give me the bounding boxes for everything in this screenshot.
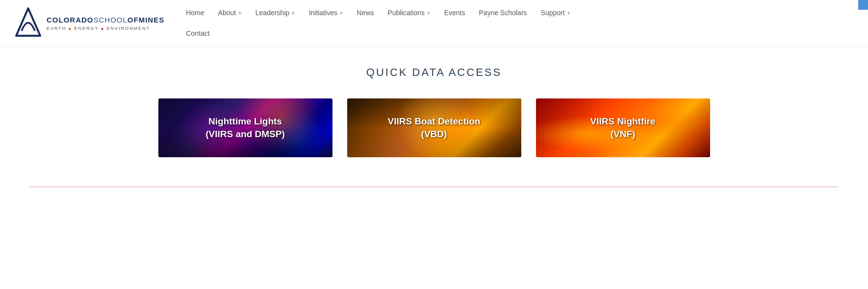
nav-events[interactable]: Events (437, 5, 472, 21)
navigation: Home About + Leadership + Initiatives + … (179, 5, 853, 41)
logo-area[interactable]: COLORADOSCHOOLOFMINES EARTH ● ENERGY ● E… (15, 7, 164, 39)
logo-text: COLORADOSCHOOLOFMINES EARTH ● ENERGY ● E… (47, 16, 164, 31)
card-vbd-text: VIIRS Boat Detection(VBD) (388, 115, 481, 140)
nav-initiatives[interactable]: Initiatives + (302, 5, 350, 21)
card-viirs-boat-detection[interactable]: VIIRS Boat Detection(VBD) (347, 98, 521, 157)
nav-news-label: News (357, 9, 374, 17)
nav-home[interactable]: Home (179, 5, 211, 21)
nav-about[interactable]: About + (211, 5, 249, 21)
card-vbd-label-area: VIIRS Boat Detection(VBD) (347, 98, 521, 157)
section-divider (29, 187, 839, 187)
nav-leadership[interactable]: Leadership + (249, 5, 302, 21)
card-viirs-nightfire[interactable]: VIIRS Nightfire(VNF) (536, 98, 710, 157)
nav-about-plus: + (238, 9, 242, 17)
nav-bottom-row: Contact (179, 23, 853, 41)
csm-logo-icon (15, 7, 42, 39)
nav-contact-label: Contact (186, 29, 209, 37)
main-content: QUICK DATA ACCESS Nighttime Lights(VIIRS… (0, 47, 868, 197)
card-vnf-text: VIIRS Nightfire(VNF) (590, 115, 655, 140)
corner-indicator (858, 0, 868, 10)
card-nighttime-lights[interactable]: Nighttime Lights(VIIRS and DMSP) (158, 98, 332, 157)
school-name: COLORADOSCHOOLOFMINES (47, 16, 164, 24)
nav-publications[interactable]: Publications + (381, 5, 437, 21)
nav-support-label: Support (541, 9, 565, 17)
nav-publications-label: Publications (388, 9, 425, 17)
nav-leadership-plus: + (291, 9, 295, 17)
nav-initiatives-plus: + (339, 9, 343, 17)
card-vnf-label-area: VIIRS Nightfire(VNF) (536, 98, 710, 157)
nav-support-plus: + (567, 9, 571, 17)
logo-tagline: EARTH ● ENERGY ● ENVIRONMENT (47, 26, 164, 31)
nav-payne-scholars-label: Payne Scholars (479, 9, 527, 17)
nav-home-label: Home (186, 9, 204, 17)
header: COLORADOSCHOOLOFMINES EARTH ● ENERGY ● E… (0, 0, 868, 47)
nav-top-row: Home About + Leadership + Initiatives + … (179, 5, 853, 23)
nav-leadership-label: Leadership (255, 9, 289, 17)
nav-initiatives-label: Initiatives (309, 9, 337, 17)
nav-news[interactable]: News (350, 5, 381, 21)
nav-contact[interactable]: Contact (179, 25, 216, 41)
nav-support[interactable]: Support + (534, 5, 578, 21)
nav-payne-scholars[interactable]: Payne Scholars (472, 5, 534, 21)
nav-publications-plus: + (427, 9, 431, 17)
section-title: QUICK DATA ACCESS (15, 66, 853, 79)
card-nighttime-lights-label-area: Nighttime Lights(VIIRS and DMSP) (158, 98, 332, 157)
cards-container: Nighttime Lights(VIIRS and DMSP) VIIRS B… (15, 98, 853, 157)
nav-about-label: About (218, 9, 236, 17)
nav-events-label: Events (444, 9, 465, 17)
card-nighttime-lights-text: Nighttime Lights(VIIRS and DMSP) (205, 115, 285, 140)
